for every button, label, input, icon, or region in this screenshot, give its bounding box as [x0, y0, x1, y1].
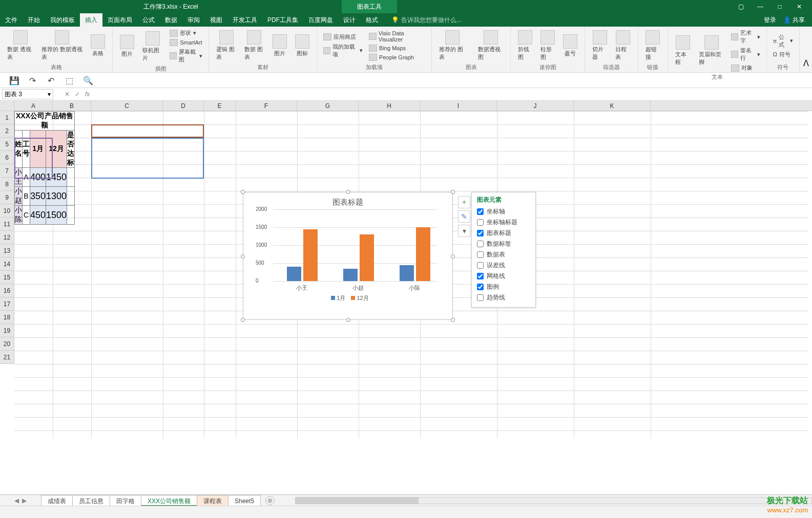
collapse-ribbon-button[interactable]: ᐱ [800, 27, 812, 72]
row-header-20[interactable]: 20 [0, 337, 14, 351]
col-header-C[interactable]: C [91, 101, 163, 111]
minimize-button[interactable]: — [754, 3, 767, 10]
context-menu-设计[interactable]: 设计 [338, 13, 361, 27]
timeline-button[interactable]: 日程表 [612, 29, 633, 62]
chart-element-checkbox-5[interactable] [477, 262, 484, 269]
chart-element-checkbox-8[interactable] [477, 294, 484, 301]
chart-elements-button[interactable]: ＋ [458, 196, 470, 208]
chart-element-option-7[interactable]: 图例 [477, 282, 530, 292]
cell-r0-c2[interactable]: 400 [30, 168, 46, 187]
sheet-tab-田字格[interactable]: 田字格 [110, 495, 141, 506]
row-header-13[interactable]: 13 [0, 244, 14, 257]
chart-element-checkbox-0[interactable] [477, 208, 484, 215]
row-header-2[interactable]: 2 [0, 124, 14, 138]
col-header-B[interactable]: B [53, 101, 91, 111]
horizontal-scrollbar[interactable] [295, 497, 812, 504]
fx-button[interactable]: fx [85, 91, 90, 98]
menu-百度网盘[interactable]: 百度网盘 [303, 13, 338, 27]
cell-r1-c2[interactable]: 350 [30, 187, 46, 206]
table-header-1[interactable]: 工号 [23, 131, 30, 168]
cell-r1-c1[interactable]: B [23, 187, 30, 206]
bar-小王-12月[interactable] [303, 229, 318, 282]
chart-element-option-3[interactable]: 数据标签 [477, 239, 530, 249]
bing-maps-button[interactable]: Bing Maps [367, 44, 427, 52]
recommended-pivot-button[interactable]: 推荐的 数据透视表 [38, 29, 86, 62]
sparkline-line-button[interactable]: 折线图 [515, 29, 535, 62]
data-chart-button[interactable]: 数据 图表 [241, 29, 267, 62]
table-header-2[interactable]: 1月 [30, 131, 46, 168]
row-header-5[interactable]: 5 [0, 138, 14, 151]
menu-开发工具[interactable]: 开发工具 [227, 13, 262, 27]
symbol-button[interactable]: Ω 符号 [771, 50, 795, 59]
cell-r2-c1[interactable]: C [23, 206, 30, 225]
row-header-21[interactable]: 21 [0, 351, 14, 364]
sheet-nav-prev[interactable]: ◀ [14, 497, 19, 504]
visio-button[interactable]: Visio Data Visualizer [367, 30, 427, 43]
headerfooter-button[interactable]: 页眉和页脚 [696, 34, 727, 67]
screenshot-button[interactable]: 屏幕截图 ▾ [168, 48, 204, 64]
context-menu-格式[interactable]: 格式 [361, 13, 383, 27]
login-link[interactable]: 登录 [764, 16, 776, 25]
undo-button[interactable]: ↶ [46, 76, 55, 85]
chart-element-option-8[interactable]: 趋势线 [477, 292, 530, 303]
maximize-button[interactable]: □ [773, 3, 786, 10]
menu-公式[interactable]: 公式 [137, 13, 160, 27]
cell-r1-c4[interactable] [67, 187, 75, 206]
col-header-A[interactable]: A [14, 101, 53, 111]
cell-r2-c0[interactable]: 小陈 [15, 206, 23, 225]
cell-r2-c4[interactable] [67, 206, 75, 225]
sparkline-column-button[interactable]: 柱形图 [537, 29, 558, 62]
col-header-J[interactable]: J [497, 101, 574, 111]
formula-input[interactable] [90, 89, 812, 99]
col-header-H[interactable]: H [359, 101, 420, 111]
resize-handle-se[interactable] [451, 318, 455, 322]
chart-element-checkbox-1[interactable] [477, 219, 484, 226]
icon-button[interactable]: 图标 [292, 33, 313, 58]
resize-handle-n[interactable] [346, 190, 350, 194]
logic-chart-button[interactable]: 逻辑 图表 [213, 29, 239, 62]
row-header-8[interactable]: 8 [0, 178, 14, 191]
row-header-1[interactable]: 1 [0, 111, 14, 124]
slicer-button[interactable]: 切片器 [589, 29, 610, 62]
row-header-12[interactable]: 12 [0, 231, 14, 244]
hscroll-thumb[interactable] [296, 498, 419, 504]
row-header-6[interactable]: 6 [0, 151, 14, 164]
chart-element-option-6[interactable]: 网格线 [477, 271, 530, 282]
close-button[interactable]: ✕ [793, 3, 806, 10]
row-header-18[interactable]: 18 [0, 311, 14, 324]
cell-r0-c4[interactable] [67, 168, 75, 187]
bar-小赵-1月[interactable] [343, 269, 358, 282]
cell-r0-c3[interactable]: 1450 [46, 168, 67, 187]
chart-legend[interactable]: 1月 12月 [243, 291, 452, 305]
menu-文件[interactable]: 文件 [0, 13, 23, 27]
smartart-button[interactable]: SmartArt [168, 38, 204, 47]
ribbon-options-button[interactable]: ▢ [734, 3, 747, 10]
chart-element-option-5[interactable]: 误差线 [477, 260, 530, 271]
col-header-G[interactable]: G [297, 101, 359, 111]
object-button[interactable]: 对象 [729, 63, 762, 72]
share-button[interactable]: 👤 共享 [783, 16, 805, 25]
sheet-tab-XXX公司销售额[interactable]: XXX公司销售额 [141, 495, 197, 506]
resize-handle-nw[interactable] [241, 190, 245, 194]
recommended-charts-button[interactable]: 推荐的 图表 [436, 29, 469, 62]
resize-handle-ne[interactable] [451, 190, 455, 194]
sheet-tab-成绩表[interactable]: 成绩表 [41, 495, 73, 506]
table-header-0[interactable]: 姓名 [15, 131, 23, 168]
chart-title[interactable]: 图表标题 [243, 192, 452, 209]
sheet-tab-Sheet5[interactable]: Sheet5 [228, 495, 261, 506]
add-sheet-button[interactable]: ⊕ [265, 496, 275, 505]
chart-filters-button[interactable]: ▾ [458, 225, 470, 237]
cell-r1-c3[interactable]: 1300 [46, 187, 67, 206]
tell-me-input[interactable]: 💡 告诉我您想要做什么... [391, 16, 462, 25]
table-button[interactable]: 表格 [88, 33, 108, 58]
menu-开始[interactable]: 开始 [23, 13, 45, 27]
sparkline-winloss-button[interactable]: 盈亏 [560, 33, 580, 58]
chart-element-checkbox-6[interactable] [477, 273, 484, 279]
chart-element-checkbox-7[interactable] [477, 284, 484, 290]
chart-element-checkbox-2[interactable] [477, 230, 484, 236]
resize-handle-w[interactable] [241, 254, 245, 258]
chart-element-option-0[interactable]: 坐标轴 [477, 206, 530, 217]
embedded-chart[interactable]: 图表标题 0500100015002000小王小赵小陈 1月 12月 [243, 192, 453, 320]
table-title[interactable]: XXX公司产品销售额 [15, 112, 75, 131]
row-header-16[interactable]: 16 [0, 284, 14, 297]
